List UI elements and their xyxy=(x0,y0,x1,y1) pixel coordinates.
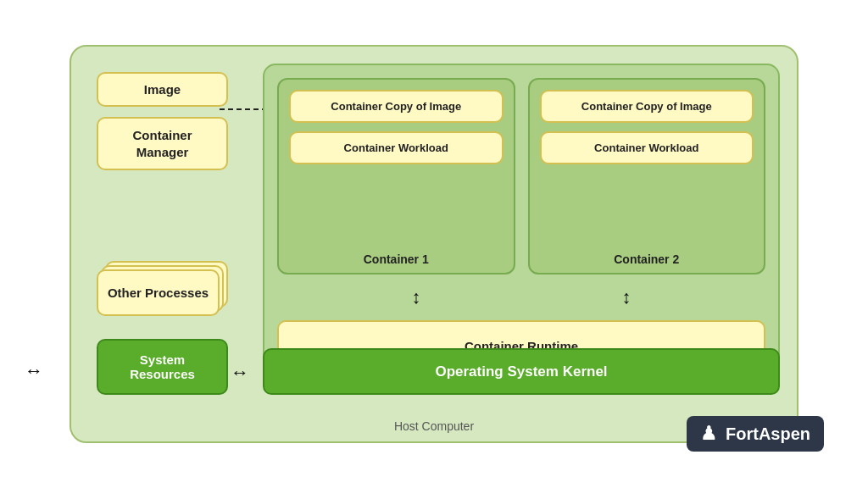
chess-icon: ♟ xyxy=(700,423,717,445)
vertical-arrows-row: ↕ ↕ xyxy=(277,285,765,310)
container2-workload: Container Workload xyxy=(540,131,754,164)
external-left-arrow: ↔ xyxy=(25,360,43,382)
container2-copy-image: Container Copy of Image xyxy=(540,90,754,123)
host-container: ↔ Image Container Manager Other Processe… xyxy=(70,45,798,443)
other-processes-box: Other Processes xyxy=(97,269,220,316)
container2-label: Container 2 xyxy=(530,252,765,266)
containers-row: Container Copy of Image Container Worklo… xyxy=(277,78,765,274)
brand-name: FortAspen xyxy=(726,424,810,444)
container-2: Container Copy of Image Container Worklo… xyxy=(528,78,766,274)
left-panel: Image Container Manager xyxy=(97,72,228,170)
container-manager-box: Container Manager xyxy=(97,117,228,170)
vert-arrow-left: ↕ xyxy=(412,286,421,308)
system-resources-box: System Resources xyxy=(97,339,228,395)
other-processes-group: Other Processes xyxy=(97,261,228,319)
image-box: Image xyxy=(97,72,228,107)
os-kernel-box: Operating System Kernel xyxy=(263,348,780,395)
main-wrapper: ↔ Image Container Manager Other Processe… xyxy=(27,19,841,469)
container-1: Container Copy of Image Container Worklo… xyxy=(277,78,515,274)
containers-area: Container Copy of Image Container Worklo… xyxy=(263,64,780,385)
container1-copy-image: Container Copy of Image xyxy=(289,90,504,123)
vert-arrow-right: ↕ xyxy=(622,286,632,308)
container1-workload: Container Workload xyxy=(289,131,504,164)
mid-horizontal-arrow: ↔ xyxy=(231,362,249,384)
host-label: Host Computer xyxy=(394,419,474,433)
brand-box: ♟ FortAspen xyxy=(687,416,824,452)
container1-label: Container 1 xyxy=(279,252,514,266)
